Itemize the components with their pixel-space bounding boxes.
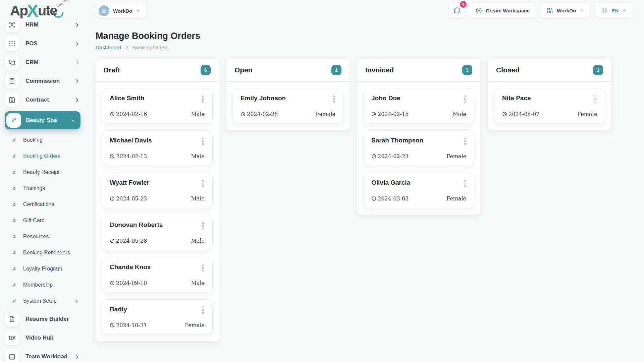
sidebar-subitem-booking[interactable]: Booking	[5, 132, 85, 148]
sidebar-item-label: Beauty Spa	[26, 117, 71, 124]
column-header: Draft6	[96, 59, 219, 81]
sidebar-item-team-workload[interactable]: Team Workload	[5, 349, 82, 362]
sidebar-subitem-label: System Setup	[23, 298, 57, 304]
kanban-board: Draft6Alice Smith2024-02-16MaleMichael D…	[96, 59, 611, 341]
sidebar-item-hrm[interactable]: HRM	[5, 21, 82, 32]
booking-card-alice-smith[interactable]: Alice Smith2024-02-16Male	[102, 88, 213, 124]
booking-date: 2024-02-28	[240, 111, 278, 117]
booking-card-michael-davis[interactable]: Michael Davis2024-02-13Male	[102, 130, 213, 166]
sidebar-subitem-gift-card[interactable]: Gift Card	[5, 213, 85, 229]
clock-icon	[110, 238, 115, 243]
booking-date: 2024-02-16	[110, 111, 147, 117]
bullet-icon	[12, 138, 16, 142]
workspace-menu-label: WorkDo	[557, 8, 576, 13]
kebab-menu-icon[interactable]	[202, 179, 205, 188]
customer-gender: Male	[191, 280, 205, 286]
sidebar-subitem-resources[interactable]: Resources	[5, 229, 85, 245]
sidebar-item-commission[interactable]: Commission	[5, 74, 82, 88]
logo-text: Ap	[10, 3, 28, 19]
column-count-badge: 1	[593, 65, 603, 75]
kebab-menu-icon[interactable]	[463, 95, 466, 104]
sidebar-item-label: Video Hub	[25, 335, 82, 341]
breadcrumb-dashboard-link[interactable]: Dashboard	[96, 45, 121, 51]
sidebar-subitem-booking-reminders[interactable]: Booking Reminders	[5, 245, 85, 261]
chevron-right-icon	[125, 46, 129, 50]
apxute-logo[interactable]: ApXute Web Services	[10, 1, 57, 21]
sidebar-subitem-booking-orders[interactable]: Booking Orders	[5, 148, 85, 164]
sidebar-item-contract[interactable]: Contract	[5, 93, 82, 107]
bullet-icon	[12, 283, 16, 287]
customer-gender: Female	[316, 111, 335, 117]
chevron-down-icon	[71, 118, 76, 123]
customer-gender: Female	[185, 322, 205, 328]
sidebar-subitem-label: Gift Card	[23, 218, 45, 224]
customer-gender: Female	[446, 195, 466, 202]
clock-icon	[371, 196, 376, 201]
booking-date: 2024-05-07	[502, 111, 539, 117]
kebab-menu-icon[interactable]	[463, 179, 466, 188]
grid-plus-icon	[546, 7, 553, 14]
sidebar-nav: HRMPOSCRMCommissionContractBeauty SpaBoo…	[0, 21, 87, 362]
bullet-icon	[12, 202, 16, 206]
customer-gender: Female	[446, 153, 466, 160]
sidebar-item-label: POS	[25, 40, 75, 47]
sidebar-subitem-trainings[interactable]: Trainings	[5, 180, 85, 196]
workspace-selector[interactable]: WorkDo	[96, 3, 146, 18]
booking-card-badly[interactable]: Badly2024-10-31Female	[102, 299, 213, 335]
sidebar-subitem-certifications[interactable]: Certifications	[5, 196, 85, 213]
sidebar-item-resume-builder[interactable]: Resume Builder	[5, 312, 82, 326]
booking-card-sarah-thompson[interactable]: Sarah Thompson2024-02-23Female	[363, 130, 474, 166]
kebab-menu-icon[interactable]	[202, 137, 205, 146]
customer-gender: Male	[191, 153, 205, 160]
create-workspace-button[interactable]: Create Workspace	[469, 3, 536, 18]
sidebar-item-crm[interactable]: CRM	[5, 55, 82, 70]
column-draft: Draft6Alice Smith2024-02-16MaleMichael D…	[96, 59, 219, 341]
customer-name: Chanda Knox	[110, 263, 151, 271]
workspace-menu-dropdown[interactable]: WorkDo	[540, 3, 590, 18]
sidebar-subitem-membership[interactable]: Membership	[5, 277, 85, 293]
kebab-menu-icon[interactable]	[202, 306, 205, 315]
customer-name: Wyatt Fowler	[110, 179, 149, 186]
kebab-menu-icon[interactable]	[202, 263, 205, 273]
kebab-menu-icon[interactable]	[202, 95, 205, 104]
sidebar-item-label: Team Workload	[25, 353, 75, 360]
sidebar-subitem-loyalty-program[interactable]: Loyalty Program	[5, 261, 85, 277]
booking-card-wyatt-fowler[interactable]: Wyatt Fowler2024-05-23Male	[102, 173, 213, 208]
booking-card-donovan-roberts[interactable]: Donovan Roberts2024-05-28Male	[102, 215, 213, 250]
sidebar-subitem-system-setup[interactable]: System Setup	[5, 293, 85, 309]
kebab-menu-icon[interactable]	[202, 221, 205, 230]
clock-icon	[240, 112, 246, 117]
kebab-menu-icon[interactable]	[463, 137, 466, 146]
kebab-menu-icon[interactable]	[332, 95, 335, 104]
chevron-right-icon	[75, 354, 80, 359]
sidebar-item-video-hub[interactable]: Video Hub	[5, 330, 82, 345]
sidebar-subitem-label: Membership	[23, 282, 53, 288]
booking-date: 2024-02-13	[110, 153, 147, 160]
chevron-right-icon	[74, 299, 79, 304]
sidebar-item-beauty-spa[interactable]: Beauty Spa	[5, 111, 80, 129]
chevron-right-icon	[75, 98, 80, 103]
bullet-icon	[12, 186, 16, 190]
chevron-right-icon	[75, 41, 80, 46]
booking-date: 2024-09-10	[110, 280, 147, 286]
booking-card-olivia-garcia[interactable]: Olivia Garcia2024-03-03Female	[363, 173, 474, 208]
booking-card-nita-pace[interactable]: Nita Pace2024-05-07Female	[494, 88, 605, 124]
chat-icon	[453, 6, 461, 14]
booking-card-chanda-knox[interactable]: Chanda Knox2024-09-10Male	[102, 257, 213, 293]
booking-card-emily-johnson[interactable]: Emily Johnson2024-02-28Female	[232, 88, 343, 124]
column-closed: Closed1Nita Pace2024-05-07Female	[488, 59, 611, 130]
sidebar-item-label: Contract	[25, 97, 75, 103]
language-dropdown[interactable]: EN	[595, 3, 633, 18]
sidebar-subitem-beauty-receipt[interactable]: Beauty Receipt	[5, 164, 85, 180]
booking-card-john-doe[interactable]: John Doe2024-02-15Male	[363, 88, 474, 124]
kebab-menu-icon[interactable]	[594, 95, 597, 104]
clock-icon	[110, 323, 115, 328]
calendar-icon	[5, 349, 19, 362]
messages-button[interactable]: 0	[449, 3, 465, 18]
booking-date: 2024-05-23	[110, 195, 147, 202]
column-title: Draft	[104, 66, 120, 74]
sidebar-item-pos[interactable]: POS	[5, 36, 82, 51]
language-code: EN	[611, 8, 619, 13]
sidebar-subitem-label: Trainings	[23, 185, 45, 191]
customer-name: Olivia Garcia	[371, 179, 410, 186]
